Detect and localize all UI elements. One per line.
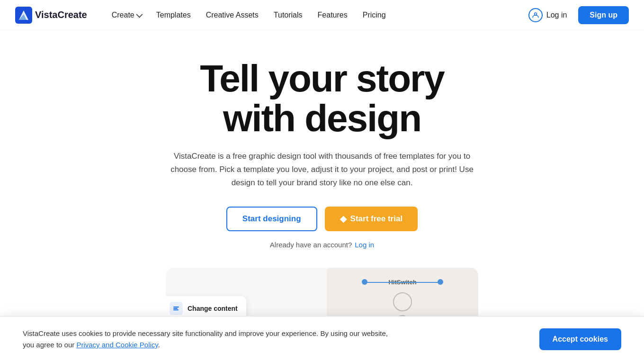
chevron-down-icon <box>136 11 143 18</box>
navbar-left: VistaCreate Create Templates Creative As… <box>15 7 392 24</box>
signup-button[interactable]: Sign up <box>578 6 629 24</box>
login-button[interactable]: Log in <box>523 4 573 26</box>
hero-account-prompt: Already have an account? Log in <box>270 241 374 249</box>
logo-icon <box>15 7 32 24</box>
svg-rect-4 <box>173 307 179 308</box>
change-content-label: Change content <box>188 305 238 312</box>
brand-name: VistaCreate <box>35 9 87 20</box>
selection-dot-right <box>438 279 443 285</box>
selection-dot-left <box>362 279 367 285</box>
nav-templates[interactable]: Templates <box>151 7 197 23</box>
diamond-icon: ◆ <box>340 214 347 224</box>
svg-rect-5 <box>173 308 178 309</box>
login-label: Log in <box>546 11 567 19</box>
change-content-icon <box>170 302 183 315</box>
nav-features[interactable]: Features <box>312 7 353 23</box>
nav-creative-assets[interactable]: Creative Assets <box>200 7 264 23</box>
hero-login-link[interactable]: Log in <box>355 241 374 249</box>
hero-section: Tell your story with design VistaCreate … <box>0 30 644 362</box>
nav-create[interactable]: Create <box>106 7 147 23</box>
cookie-banner: VistaCreate uses cookies to provide nece… <box>0 316 644 362</box>
nav-tutorials[interactable]: Tutorials <box>268 7 308 23</box>
toggle-circle-large <box>393 292 412 311</box>
svg-rect-6 <box>173 309 179 310</box>
start-designing-button[interactable]: Start designing <box>226 207 317 231</box>
nav-links: Create Templates Creative Assets Tutoria… <box>106 7 392 23</box>
hero-buttons: Start designing ◆ Start free trial <box>226 207 418 231</box>
user-icon <box>528 8 543 22</box>
navbar-right: Log in Sign up <box>523 4 629 26</box>
cookie-text: VistaCreate uses cookies to provide nece… <box>23 328 392 351</box>
navbar: VistaCreate Create Templates Creative As… <box>0 0 644 30</box>
logo[interactable]: VistaCreate <box>15 7 87 24</box>
cookie-policy-link[interactable]: Privacy and Cookie Policy <box>76 341 158 349</box>
toggle-row-1 <box>393 292 412 311</box>
selection-handle-line <box>365 282 440 283</box>
nav-pricing[interactable]: Pricing <box>357 7 392 23</box>
start-free-trial-button[interactable]: ◆ Start free trial <box>325 207 418 231</box>
hero-title: Tell your story with design <box>200 59 444 138</box>
accept-cookies-button[interactable]: Accept cookies <box>539 328 621 350</box>
hero-subtitle: VistaCreate is a free graphic design too… <box>166 150 478 190</box>
